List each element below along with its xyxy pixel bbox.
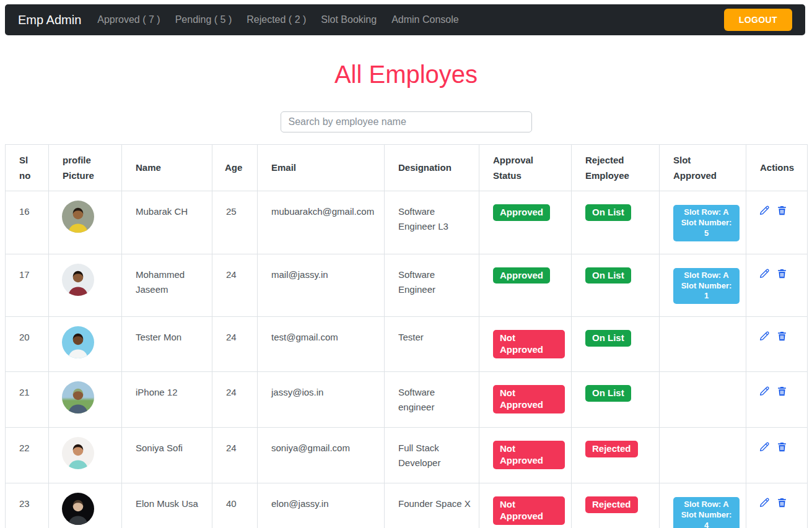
cell-approval-status: Not Approved xyxy=(479,483,572,528)
cell-profile-picture xyxy=(49,483,122,528)
column-header: Approval Status xyxy=(479,145,572,191)
edit-button[interactable] xyxy=(758,385,771,397)
nav-list-item: Slot Booking xyxy=(313,14,384,25)
navbar: Emp Admin Approved ( 7 )Pending ( 5 )Rej… xyxy=(5,4,805,35)
column-header: Name xyxy=(122,145,212,191)
trash-icon xyxy=(776,441,788,453)
slot-approved-badge: Slot Row: A Slot Number: 5 xyxy=(673,205,740,241)
nav-item-1[interactable]: Approved ( 7 ) xyxy=(90,14,167,25)
search-input[interactable] xyxy=(281,111,532,132)
cell-sl-no: 21 xyxy=(6,372,49,428)
cell-slot-approved xyxy=(660,428,746,483)
cell-rejected-employee: On List xyxy=(572,372,660,428)
cell-sl-no: 22 xyxy=(6,428,49,483)
profile-photo xyxy=(62,381,94,413)
rejected-employee-badge: On List xyxy=(585,385,631,402)
rejected-employee-badge: On List xyxy=(585,267,631,284)
cell-email: mubuarakch@gmail.com xyxy=(258,191,385,254)
profile-photo xyxy=(62,326,94,358)
cell-actions xyxy=(746,372,808,428)
cell-profile-picture xyxy=(49,317,122,372)
column-header: Email xyxy=(258,145,385,191)
cell-slot-approved xyxy=(660,372,746,428)
edit-button[interactable] xyxy=(758,330,771,342)
nav-item-5[interactable]: Admin Console xyxy=(384,14,466,25)
cell-actions xyxy=(746,191,808,254)
slot-number-line: Slot Number: 4 xyxy=(680,510,733,528)
rejected-employee-badge: Rejected xyxy=(585,496,638,513)
cell-name: Elon Musk Usa xyxy=(122,483,212,528)
cell-profile-picture xyxy=(49,254,122,317)
profile-photo xyxy=(62,201,94,233)
employee-table-body: 16 Mubarak CH 25 mubuarakch@gmail.com So… xyxy=(6,191,808,528)
profile-photo xyxy=(62,437,94,469)
edit-pencil-icon xyxy=(758,267,771,280)
cell-approval-status: Not Approved xyxy=(479,428,572,483)
approval-status-badge: Approved xyxy=(493,204,550,221)
approval-status-badge: Not Approved xyxy=(493,441,565,469)
cell-rejected-employee: On List xyxy=(572,317,660,372)
cell-sl-no: 16 xyxy=(6,191,49,254)
column-header: Rejected Employee xyxy=(572,145,660,191)
edit-button[interactable] xyxy=(758,267,771,280)
edit-pencil-icon xyxy=(758,204,771,217)
cell-name: Soniya Sofi xyxy=(122,428,212,483)
delete-button[interactable] xyxy=(776,385,788,397)
cell-email: soniya@gmail.com xyxy=(258,428,385,483)
cell-slot-approved: Slot Row: A Slot Number: 4 xyxy=(660,483,746,528)
rejected-employee-badge: Rejected xyxy=(585,441,638,457)
cell-age: 24 xyxy=(212,317,258,372)
column-header: Age xyxy=(212,145,258,191)
column-header: profile Picture xyxy=(49,145,122,191)
cell-approval-status: Approved xyxy=(479,254,572,317)
trash-icon xyxy=(776,204,788,217)
delete-button[interactable] xyxy=(776,496,788,509)
cell-age: 24 xyxy=(212,372,258,428)
logout-button[interactable]: LOGOUT xyxy=(724,9,792,31)
cell-email: mail@jassy.in xyxy=(258,254,385,317)
profile-photo xyxy=(62,264,94,296)
slot-approved-badge: Slot Row: A Slot Number: 1 xyxy=(673,268,740,305)
cell-slot-approved: Slot Row: A Slot Number: 5 xyxy=(660,191,746,254)
delete-button[interactable] xyxy=(776,330,788,342)
employee-row: 16 Mubarak CH 25 mubuarakch@gmail.com So… xyxy=(6,191,808,254)
cell-rejected-employee: Rejected xyxy=(572,428,660,483)
cell-name: Mubarak CH xyxy=(122,191,212,254)
cell-name: Mohammed Jaseem xyxy=(122,254,212,317)
cell-slot-approved xyxy=(660,317,746,372)
cell-designation: Full Stack Developer xyxy=(385,428,479,483)
edit-pencil-icon xyxy=(758,496,771,509)
approval-status-badge: Approved xyxy=(493,267,550,284)
edit-button[interactable] xyxy=(758,441,771,453)
edit-button[interactable] xyxy=(758,496,771,509)
cell-age: 24 xyxy=(212,428,258,483)
trash-icon xyxy=(776,496,788,509)
column-header: Sl no xyxy=(6,145,49,191)
cell-age: 25 xyxy=(212,191,258,254)
nav-list-item: Approved ( 7 ) xyxy=(90,14,167,25)
rejected-employee-badge: On List xyxy=(585,330,631,347)
cell-profile-picture xyxy=(49,372,122,428)
delete-button[interactable] xyxy=(776,204,788,217)
delete-button[interactable] xyxy=(776,441,788,453)
profile-photo xyxy=(62,493,94,525)
edit-button[interactable] xyxy=(758,204,771,217)
cell-approval-status: Not Approved xyxy=(479,372,572,428)
employee-table: Sl noprofile PictureNameAgeEmailDesignat… xyxy=(5,144,808,528)
nav-item-3[interactable]: Rejected ( 2 ) xyxy=(239,14,313,25)
slot-approved-badge: Slot Row: A Slot Number: 4 xyxy=(673,497,740,528)
edit-pencil-icon xyxy=(758,385,771,397)
edit-pencil-icon xyxy=(758,441,771,453)
delete-button[interactable] xyxy=(776,267,788,280)
nav-item-4[interactable]: Slot Booking xyxy=(313,14,384,25)
cell-designation: Tester xyxy=(385,317,479,372)
cell-slot-approved: Slot Row: A Slot Number: 1 xyxy=(660,254,746,317)
cell-sl-no: 20 xyxy=(6,317,49,372)
nav-list: Approved ( 7 )Pending ( 5 )Rejected ( 2 … xyxy=(90,14,466,25)
cell-designation: Founder Space X xyxy=(385,483,479,528)
page-title: All Employes xyxy=(0,60,812,89)
employee-row: 23 Elon Musk Usa 40 elon@jassy.in Founde… xyxy=(6,483,808,528)
brand[interactable]: Emp Admin xyxy=(18,13,81,27)
cell-email: jassy@ios.in xyxy=(258,372,385,428)
nav-item-2[interactable]: Pending ( 5 ) xyxy=(168,14,240,25)
